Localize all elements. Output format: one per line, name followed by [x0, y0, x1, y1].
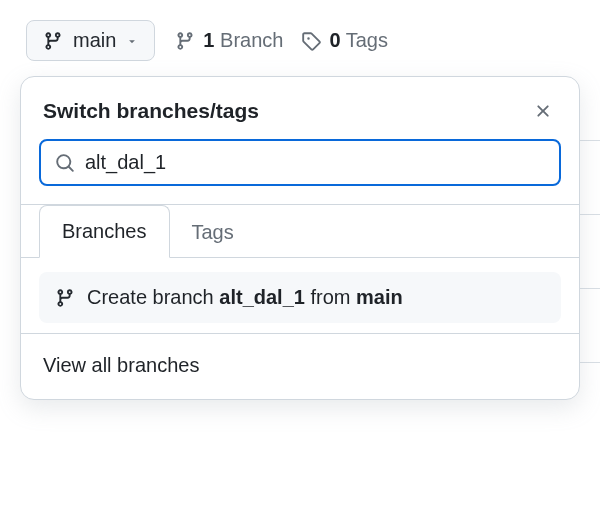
tag-label: Tags	[346, 29, 388, 51]
branches-link[interactable]: 1 Branch	[175, 29, 283, 52]
branch-count: 1	[203, 29, 214, 51]
repo-top-row: main 1 Branch 0 Tags	[20, 20, 580, 61]
branch-search-input[interactable]	[85, 151, 545, 174]
tag-icon	[301, 31, 321, 51]
close-icon	[533, 101, 553, 121]
tab-tags[interactable]: Tags	[170, 206, 256, 258]
caret-down-icon	[126, 35, 138, 47]
view-all-branches-link[interactable]: View all branches	[21, 334, 579, 399]
current-branch-label: main	[73, 29, 116, 52]
new-branch-name: alt_dal_1	[219, 286, 305, 308]
close-button[interactable]	[529, 97, 557, 125]
tag-count: 0	[329, 29, 340, 51]
create-branch-text: Create branch alt_dal_1 from main	[87, 286, 403, 309]
branch-label: Branch	[220, 29, 283, 51]
repo-stats: 1 Branch 0 Tags	[175, 29, 388, 52]
create-branch-option[interactable]: Create branch alt_dal_1 from main	[39, 272, 561, 323]
from-branch-name: main	[356, 286, 403, 308]
popover-title: Switch branches/tags	[43, 99, 259, 123]
popover-header: Switch branches/tags	[21, 77, 579, 139]
tabs-row: Branches Tags	[21, 204, 579, 258]
git-branch-icon	[55, 288, 75, 308]
branch-switcher-popover: Switch branches/tags Branches Tags Creat…	[20, 76, 580, 400]
branch-selector-button[interactable]: main	[26, 20, 155, 61]
search-container	[21, 139, 579, 204]
search-icon	[55, 153, 75, 173]
git-branch-icon	[175, 31, 195, 51]
git-branch-icon	[43, 31, 63, 51]
tags-link[interactable]: 0 Tags	[301, 29, 388, 52]
tab-branches[interactable]: Branches	[39, 205, 170, 258]
search-box	[39, 139, 561, 186]
